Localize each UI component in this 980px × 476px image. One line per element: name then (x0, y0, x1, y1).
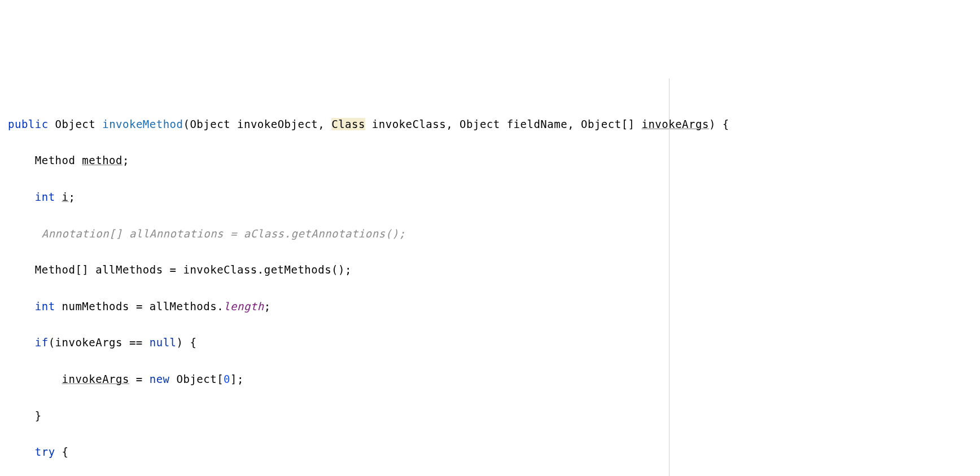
field-length: length (224, 300, 264, 312)
keyword-null: null (150, 336, 177, 349)
semicolon: ; (69, 191, 76, 203)
signature-close: ) { (709, 118, 729, 130)
code-line[interactable]: if(invokeArgs == null) { (0, 333, 980, 351)
brace-open: { (55, 446, 69, 458)
type-object: Object (460, 118, 500, 130)
brace-close: } (35, 409, 42, 422)
condition-expr: (invokeArgs == (49, 336, 150, 349)
semicolon: ; (264, 300, 271, 312)
keyword-if: if (35, 336, 49, 349)
assignment: = invokeClass.getMethods(); (163, 263, 352, 276)
comment-annotations: Annotation[] allAnnotations = aClass.get… (35, 227, 406, 240)
method-name-invokeMethod: invokeMethod (102, 118, 183, 130)
code-line[interactable]: public Object invokeMethod(Object invoke… (0, 115, 980, 133)
type-class-highlighted: Class (331, 118, 365, 130)
number-literal: 0 (224, 373, 230, 385)
code-line[interactable]: try { (0, 443, 980, 461)
var-invokeArgs: invokeArgs (62, 373, 129, 385)
code-line[interactable]: int numMethods = allMethods.length; (0, 297, 980, 315)
keyword-int: int (35, 191, 55, 203)
var-allMethods: allMethods (95, 263, 163, 276)
var-numMethods: numMethods (62, 300, 129, 312)
code-editor[interactable]: public Object invokeMethod(Object invoke… (0, 78, 980, 476)
keyword-try: try (35, 446, 55, 458)
keyword-new: new (150, 373, 170, 385)
semicolon: ; (123, 154, 129, 166)
code-line[interactable]: } (0, 407, 980, 425)
assignment: = allMethods. (129, 300, 224, 312)
code-line[interactable]: Method[] allMethods = invokeClass.getMet… (0, 261, 980, 279)
type-object: Object (55, 118, 96, 130)
code-line[interactable]: Method method; (0, 151, 980, 169)
code-line[interactable]: Annotation[] allAnnotations = aClass.get… (0, 224, 980, 243)
type-method: Method (35, 154, 76, 166)
assign-op: = (129, 373, 150, 385)
type-method-array: Method[] (35, 263, 89, 276)
code-line[interactable]: int i; (0, 188, 980, 206)
param-invokeObject: invokeObject (237, 118, 318, 130)
type-object: Object[ (170, 373, 224, 385)
type-object-array: Object[] (581, 118, 635, 130)
close-bracket: ]; (230, 373, 244, 385)
var-method: method (82, 154, 123, 166)
type-object: Object (190, 118, 230, 130)
keyword-public: public (8, 118, 49, 130)
keyword-int: int (35, 300, 55, 312)
param-invokeArgs: invokeArgs (641, 118, 708, 130)
brace-open: ) { (177, 336, 197, 349)
param-invokeClass: invokeClass (372, 118, 446, 130)
param-fieldName: fieldName (507, 118, 567, 130)
right-margin-guide (669, 78, 670, 476)
var-i: i (62, 191, 69, 203)
code-line[interactable]: invokeArgs = new Object[0]; (0, 370, 980, 388)
